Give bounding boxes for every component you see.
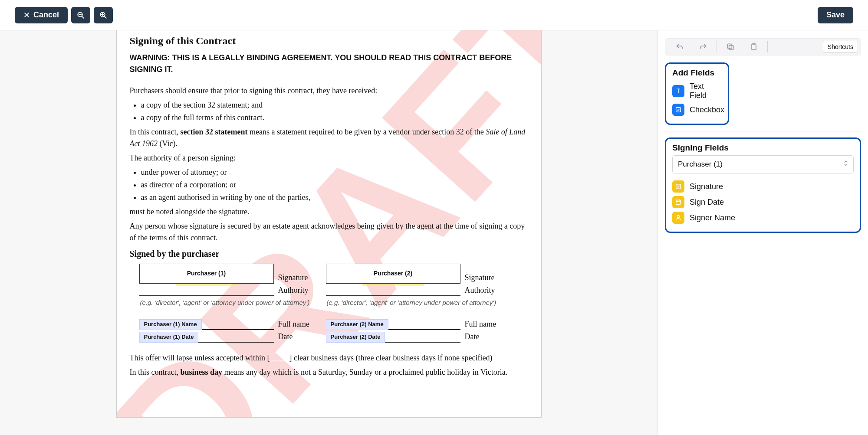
save-button[interactable]: Save [818, 7, 853, 23]
sig-field-purchaser-2[interactable]: Purchaser (2) [326, 264, 460, 284]
doc-warning: WARNING: THIS IS A LEGALLY BINDING AGREE… [130, 52, 528, 75]
side-panel: Shortcuts Add Fields Text Field Checkbox… [658, 30, 868, 435]
authority-note-1: (e.g. 'director', 'agent' or 'attorney u… [140, 298, 322, 308]
name-field-1[interactable]: Purchaser (1) Name [139, 321, 274, 330]
side-toolbar: Shortcuts [665, 38, 861, 56]
top-toolbar: Cancel Save [0, 0, 868, 30]
label-signature-2: Signature [465, 272, 495, 284]
doc-h3: Signed by the purchaser [130, 247, 528, 260]
add-fields-box: Add Fields Text Field Checkbox [665, 62, 729, 125]
text-field-icon [672, 85, 684, 97]
add-fields-title: Add Fields [672, 68, 722, 78]
label-fullname-1: Full name [278, 318, 310, 330]
doc-bizday: In this contract, business day means any… [130, 366, 528, 378]
paste-icon [750, 43, 758, 51]
doc-heading: Signing of this Contract [130, 33, 528, 49]
doc-p1: Purchasers should ensure that prior to s… [130, 85, 528, 97]
label-authority-1: Authority [278, 285, 309, 296]
add-signer-name[interactable]: Signer Name [672, 210, 854, 226]
zoom-in-button[interactable] [94, 7, 113, 23]
doc-b5: as an agent authorised in writing by one… [141, 192, 528, 203]
svg-rect-15 [676, 200, 681, 204]
doc-p5: Any person whose signature is secured by… [130, 220, 528, 244]
label-fullname-2: Full name [465, 318, 496, 330]
label-date-1: Date [278, 331, 293, 343]
chevron-up-down-icon [843, 160, 849, 170]
copy-icon [726, 43, 735, 51]
svg-line-3 [82, 16, 84, 18]
zoom-out-icon [77, 11, 85, 19]
doc-b2: a copy of the full terms of this contrac… [141, 112, 528, 124]
authority-field-2[interactable] [326, 286, 460, 296]
svg-rect-9 [729, 46, 733, 50]
svg-rect-10 [727, 44, 732, 48]
redo-button[interactable] [691, 39, 715, 55]
save-label: Save [826, 10, 845, 20]
svg-rect-14 [676, 184, 681, 189]
close-icon [23, 12, 30, 18]
zoom-in-icon [99, 11, 107, 19]
signer-select[interactable]: Purchaser (1) [672, 155, 854, 173]
cancel-button[interactable]: Cancel [15, 7, 68, 23]
doc-b4: as director of a corporation; or [141, 179, 528, 191]
zoom-out-button[interactable] [71, 7, 90, 23]
signing-fields-title: Signing Fields [672, 143, 854, 153]
add-signature[interactable]: Signature [672, 179, 854, 194]
doc-b1: a copy of the section 32 statement; and [141, 99, 528, 111]
label-signature-1: Signature [278, 272, 308, 284]
label-date-2: Date [465, 331, 480, 343]
signing-fields-box: Signing Fields Purchaser (1) Signature S… [665, 137, 861, 233]
undo-icon [675, 42, 684, 52]
doc-lapse: This offer will lapse unless accepted wi… [130, 352, 528, 364]
doc-p3: The authority of a person signing: [130, 152, 528, 164]
svg-line-6 [104, 16, 106, 18]
date-field-2[interactable]: Purchaser (2) Date [326, 333, 460, 343]
document-viewport[interactable]: DRAFT Signing of this Contract WARNING: … [0, 30, 658, 435]
sig-field-purchaser-1[interactable]: Purchaser (1) [139, 264, 274, 284]
copy-button[interactable] [719, 39, 742, 55]
checkbox-icon [672, 104, 684, 116]
doc-p4: must be noted alongside the signature. [130, 206, 528, 218]
svg-point-19 [677, 216, 679, 218]
paste-button[interactable] [742, 39, 766, 55]
svg-rect-13 [676, 108, 681, 112]
add-checkbox-field[interactable]: Checkbox [672, 102, 722, 118]
doc-b3: under power of attorney; or [141, 167, 528, 178]
date-field-1[interactable]: Purchaser (1) Date [139, 333, 274, 343]
undo-button[interactable] [668, 39, 691, 55]
authority-field-1[interactable] [139, 286, 274, 296]
name-field-2[interactable]: Purchaser (2) Name [326, 321, 460, 330]
calendar-icon [672, 196, 684, 208]
signature-icon [672, 180, 684, 193]
lapse-blank[interactable] [270, 353, 289, 362]
doc-p2: In this contract, section 32 statement m… [130, 126, 528, 150]
document-page: DRAFT Signing of this Contract WARNING: … [116, 30, 542, 418]
cancel-label: Cancel [33, 10, 59, 20]
signer-selected: Purchaser (1) [678, 160, 723, 169]
label-authority-2: Authority [465, 285, 495, 296]
add-sign-date[interactable]: Sign Date [672, 194, 854, 210]
add-text-field[interactable]: Text Field [672, 80, 722, 102]
redo-icon [698, 42, 708, 52]
shortcuts-button[interactable]: Shortcuts [823, 41, 858, 53]
authority-note-2: (e.g. 'director', 'agent' or 'attorney u… [327, 298, 517, 308]
person-icon [672, 212, 684, 224]
